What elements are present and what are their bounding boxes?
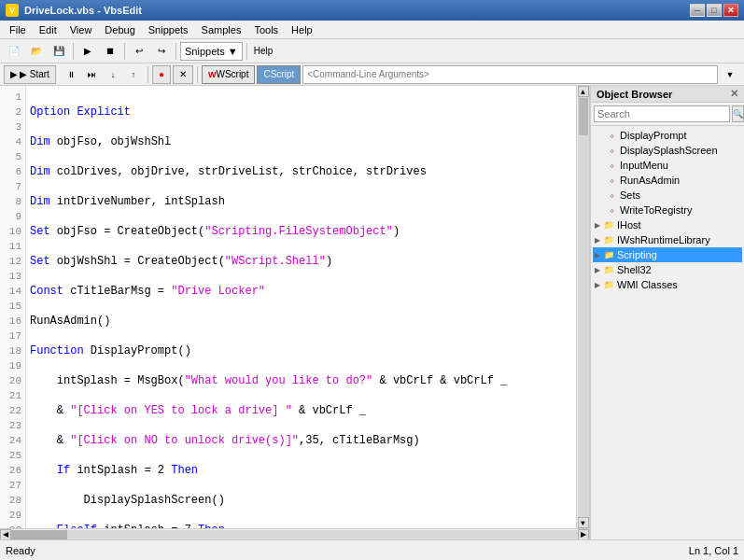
expand-icon: ▶	[595, 281, 600, 289]
obj-label: WMI Classes	[617, 279, 678, 290]
function-icon: ⬦	[606, 145, 617, 156]
menu-debug[interactable]: Debug	[99, 22, 140, 37]
stepout-button[interactable]: ↑	[123, 64, 144, 85]
obj-item-sets[interactable]: ⬦ Sets	[593, 188, 742, 203]
status-ready: Ready	[6, 545, 35, 556]
wscript-icon: W	[208, 70, 217, 79]
separator-4	[246, 43, 247, 60]
code-line-4: Dim intDriveNumber, intSplash	[30, 194, 572, 209]
pause-button[interactable]: ⏸	[62, 64, 82, 85]
horizontal-scrollbar: ◀ ▶	[0, 528, 589, 539]
redo-button[interactable]: ↪	[151, 41, 172, 62]
scroll-right-button[interactable]: ▶	[578, 529, 589, 540]
code-editor: 12345 678910 1112131415 1617181920 21222…	[0, 86, 590, 539]
obj-item-inputmenu[interactable]: ⬦ InputMenu	[593, 158, 742, 173]
code-line-8: RunAsAdmin()	[30, 314, 572, 329]
h-scroll-track	[11, 530, 578, 539]
wscript-button[interactable]: W WScript	[202, 65, 256, 84]
obj-label: RunAsAdmin	[620, 175, 680, 186]
step-button[interactable]: ⏭	[82, 64, 103, 85]
cmd-args-input[interactable]	[302, 65, 718, 84]
code-line-9: Function DisplayPrompt()	[30, 343, 572, 358]
menu-snippets[interactable]: Snippets	[143, 22, 194, 37]
h-scroll-thumb[interactable]	[11, 530, 67, 539]
snippets-dropdown[interactable]: Snippets ▼	[180, 42, 243, 61]
code-line-1: Option Explicit	[30, 105, 572, 119]
undo-button[interactable]: ↩	[129, 41, 149, 62]
folder-icon: 📁	[603, 279, 614, 290]
code-line-6: Set objWshShl = CreateObject("WScript.Sh…	[30, 254, 572, 269]
status-bar: Ready Ln 1, Col 1	[0, 539, 744, 560]
obj-label: Sets	[620, 189, 640, 201]
obj-label: InputMenu	[620, 160, 668, 171]
obj-item-iwshruntimelibrary[interactable]: ▶ 📁 IWshRuntimeLibrary	[593, 232, 742, 247]
scroll-up-button[interactable]: ▲	[578, 86, 589, 97]
menu-tools[interactable]: Tools	[248, 22, 284, 37]
code-line-12: & "[Click on NO to unlock drive(s)]",35,…	[30, 433, 572, 448]
obj-item-displaysplashscreen[interactable]: ⬦ DisplaySplashScreen	[593, 143, 742, 158]
separator-run	[147, 66, 148, 83]
cscript-button[interactable]: CScript	[257, 65, 301, 84]
obj-item-scripting[interactable]: ▶ 📁 Scripting	[593, 247, 742, 262]
clear-bp-button[interactable]: ✕	[173, 65, 193, 84]
obj-label: IWshRuntimeLibrary	[617, 234, 710, 245]
search-button[interactable]: 🔍	[732, 105, 744, 122]
function-icon: ⬦	[606, 130, 617, 141]
run-toolbar: ▶ ▶ Start ⏸ ⏭ ↓ ↑ ● ✕ W WScript CScript …	[0, 63, 744, 86]
expand-icon: ▶	[595, 266, 600, 274]
code-text[interactable]: Option Explicit Dim objFso, objWshShl Di…	[26, 86, 576, 528]
separator-run2	[197, 66, 198, 83]
code-line-13: If intSplash = 2 Then	[30, 463, 572, 478]
obj-item-displayprompt[interactable]: ⬦ DisplayPrompt	[593, 128, 742, 143]
menu-file[interactable]: File	[4, 22, 32, 37]
stop-button[interactable]: ⏹	[100, 41, 120, 62]
start-button[interactable]: ▶ ▶ Start	[4, 65, 56, 84]
obj-item-writetoregistry[interactable]: ⬦ WriteToRegistry	[593, 203, 742, 217]
status-position: Ln 1, Col 1	[689, 545, 738, 556]
obj-label: Shell32	[617, 264, 652, 275]
vertical-scrollbar[interactable]: ▲ ▼	[576, 86, 589, 528]
obj-item-runasadmin[interactable]: ⬦ RunAsAdmin	[593, 173, 742, 188]
run-button[interactable]: ▶	[77, 41, 98, 62]
obj-label: WriteToRegistry	[620, 204, 692, 216]
open-button[interactable]: 📂	[26, 41, 47, 62]
stepinto-button[interactable]: ↓	[103, 64, 123, 85]
main-area: 12345 678910 1112131415 1617181920 21222…	[0, 86, 744, 539]
app-icon: V	[6, 4, 19, 17]
help-button[interactable]: Help	[251, 41, 276, 62]
expand-icon: ▶	[595, 221, 600, 230]
cmd-dropdown-button[interactable]: ▼	[720, 64, 740, 85]
obj-item-ihost[interactable]: ▶ 📁 IHost	[593, 217, 742, 232]
close-panel-button[interactable]: ✕	[730, 88, 738, 100]
code-line-5: Set objFso = CreateObject("Scripting.Fil…	[30, 224, 572, 239]
folder-icon: 📁	[603, 264, 614, 275]
maximize-button[interactable]: □	[707, 4, 722, 17]
title-bar: V DriveLock.vbs - VbsEdit ─ □ ✕	[0, 0, 744, 21]
folder-icon: 📁	[603, 234, 614, 245]
function-icon: ⬦	[606, 160, 617, 171]
breakpoint-button[interactable]: ●	[152, 65, 171, 84]
obj-label: IHost	[617, 219, 641, 231]
line-numbers: 12345 678910 1112131415 1617181920 21222…	[0, 86, 26, 528]
obj-item-shell32[interactable]: ▶ 📁 Shell32	[593, 262, 742, 277]
menu-edit[interactable]: Edit	[34, 22, 63, 37]
separator-3	[175, 43, 176, 60]
scroll-left-button[interactable]: ◀	[0, 529, 11, 540]
menu-help[interactable]: Help	[286, 22, 318, 37]
search-input[interactable]	[594, 105, 730, 122]
obj-label: DisplayPrompt	[620, 130, 687, 141]
obj-item-wmiclasses[interactable]: ▶ 📁 WMI Classes	[593, 277, 742, 292]
toolbar: 📄 📂 💾 ▶ ⏹ ↩ ↪ Snippets ▼ Help	[0, 39, 744, 63]
minimize-button[interactable]: ─	[690, 4, 705, 17]
new-button[interactable]: 📄	[4, 41, 24, 62]
menu-samples[interactable]: Samples	[196, 22, 247, 37]
menu-view[interactable]: View	[64, 22, 98, 37]
object-browser-panel: Object Browser ✕ 🔍 ⬦ DisplayPrompt ⬦ Dis…	[590, 86, 744, 539]
close-button[interactable]: ✕	[723, 4, 738, 17]
save-button[interactable]: 💾	[49, 41, 69, 62]
scroll-down-button[interactable]: ▼	[578, 517, 589, 528]
code-line-11: & "[Click on YES to lock a drive] " & vb…	[30, 403, 572, 418]
scroll-thumb[interactable]	[579, 98, 588, 135]
menu-bar: File Edit View Debug Snippets Samples To…	[0, 21, 744, 39]
separator-2	[124, 43, 125, 60]
